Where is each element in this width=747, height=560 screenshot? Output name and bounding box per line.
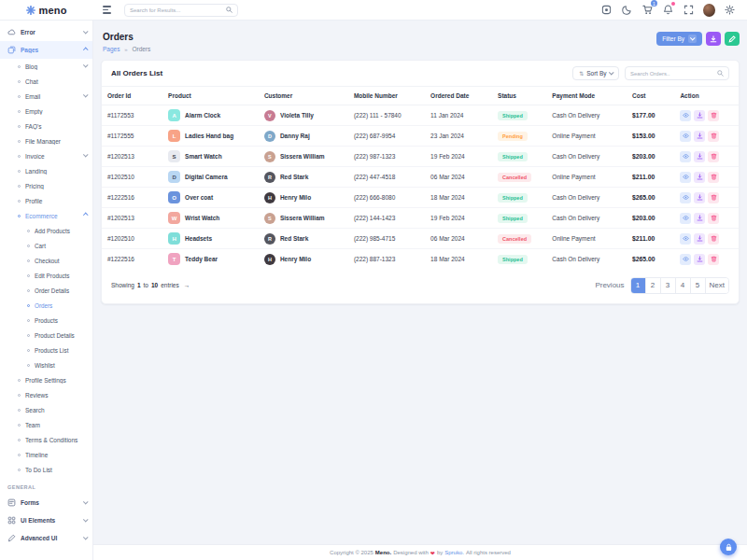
pagination-previous[interactable]: Previous bbox=[595, 281, 624, 289]
sidebar-item-advanced-ui[interactable]: Advanced UI bbox=[0, 529, 92, 547]
notifications-bell-icon[interactable] bbox=[662, 4, 674, 16]
sidebar-item-profile[interactable]: Profile bbox=[0, 193, 92, 208]
sidebar-item-label: Blog bbox=[25, 63, 81, 70]
filter-by-button[interactable]: Filter By bbox=[656, 32, 702, 46]
sidebar-item-ecommerce[interactable]: Ecommerce bbox=[0, 208, 92, 223]
delete-order-button[interactable] bbox=[708, 131, 719, 142]
column-header-status[interactable]: Status bbox=[492, 87, 546, 105]
column-header-action[interactable]: Action bbox=[674, 87, 739, 105]
delete-order-button[interactable] bbox=[708, 172, 719, 183]
pagination-page-1[interactable]: 1 bbox=[631, 278, 646, 293]
sidebar-item-wishlist[interactable]: Wishlist bbox=[0, 357, 92, 372]
sidebar-item-cart[interactable]: Cart bbox=[0, 238, 92, 253]
sidebar-item-checkout[interactable]: Checkout bbox=[0, 253, 92, 268]
download-order-button[interactable] bbox=[694, 192, 705, 203]
sidebar-item-email[interactable]: Email bbox=[0, 89, 92, 104]
sidebar-item-orders[interactable]: Orders bbox=[0, 298, 92, 313]
sidebar-item-products[interactable]: Products bbox=[0, 313, 92, 328]
sidebar-item-chat[interactable]: Chat bbox=[0, 74, 92, 89]
edit-button[interactable] bbox=[725, 32, 740, 46]
app-logo[interactable]: meno bbox=[0, 5, 93, 16]
sidebar-item-add-products[interactable]: Add Products bbox=[0, 223, 92, 238]
sidebar-item-faq-s[interactable]: FAQ's bbox=[0, 119, 92, 133]
sidebar-item-product-details[interactable]: Product Details bbox=[0, 328, 92, 343]
sidebar-item-blog[interactable]: Blog bbox=[0, 59, 92, 74]
breadcrumb-pages-link[interactable]: Pages bbox=[103, 46, 120, 52]
view-order-button[interactable] bbox=[680, 172, 691, 183]
dark-mode-moon-icon[interactable] bbox=[621, 4, 633, 16]
pagination-next[interactable]: Next bbox=[706, 278, 728, 293]
sidebar-item-reviews[interactable]: Reviews bbox=[0, 387, 92, 402]
trash-icon bbox=[711, 194, 717, 201]
column-header-mobile-number[interactable]: Mobile Number bbox=[348, 87, 425, 105]
sidebar-toggle-icon[interactable] bbox=[103, 6, 111, 13]
view-order-button[interactable] bbox=[680, 131, 691, 142]
column-header-ordered-date[interactable]: Ordered Date bbox=[425, 87, 492, 105]
product-cell: HHeadsets bbox=[162, 229, 259, 249]
lock-fab-button[interactable] bbox=[720, 539, 737, 555]
column-header-order-id[interactable]: Order Id bbox=[102, 87, 162, 105]
bullet-icon bbox=[18, 125, 21, 128]
download-order-button[interactable] bbox=[694, 151, 705, 162]
sidebar-item-products-list[interactable]: Products List bbox=[0, 343, 92, 357]
delete-order-button[interactable] bbox=[708, 233, 719, 245]
cart-icon[interactable]: 1 bbox=[641, 4, 654, 16]
sidebar-item-team[interactable]: Team bbox=[0, 417, 92, 432]
footer-spruko-link[interactable]: Spruko. bbox=[444, 550, 464, 555]
download-order-button[interactable] bbox=[694, 131, 705, 142]
delete-order-button[interactable] bbox=[708, 254, 719, 265]
view-order-button[interactable] bbox=[680, 233, 691, 245]
sidebar-item-invoice[interactable]: Invoice bbox=[0, 148, 92, 163]
global-search-input[interactable] bbox=[130, 7, 226, 13]
column-header-payment-mode[interactable]: Payment Mode bbox=[546, 87, 627, 105]
sidebar-item-empty[interactable]: Empty bbox=[0, 104, 92, 119]
download-order-button[interactable] bbox=[694, 254, 705, 265]
eye-icon bbox=[683, 235, 689, 242]
download-order-button[interactable] bbox=[694, 233, 705, 245]
pagination-page-5[interactable]: 5 bbox=[691, 278, 706, 293]
view-order-button[interactable] bbox=[680, 151, 691, 162]
download-order-button[interactable] bbox=[694, 110, 705, 121]
sidebar-item-search[interactable]: Search bbox=[0, 402, 92, 417]
delete-order-button[interactable] bbox=[708, 213, 719, 224]
view-order-button[interactable] bbox=[680, 213, 691, 224]
arrow-right-icon[interactable]: → bbox=[184, 282, 190, 288]
sidebar-item-ui-elements[interactable]: Ui Elements bbox=[0, 511, 92, 529]
pagination-page-4[interactable]: 4 bbox=[676, 278, 691, 293]
sidebar-item-edit-products[interactable]: Edit Products bbox=[0, 268, 92, 283]
delete-order-button[interactable] bbox=[708, 110, 719, 121]
export-download-button[interactable] bbox=[706, 32, 721, 46]
pagination-page-2[interactable]: 2 bbox=[646, 278, 661, 293]
view-order-button[interactable] bbox=[680, 192, 691, 203]
sidebar-item-order-details[interactable]: Order Details bbox=[0, 283, 92, 298]
sidebar-item-file-manager[interactable]: File Manager bbox=[0, 133, 92, 148]
mobile-cell: (222) 985-4715 bbox=[348, 229, 425, 249]
user-avatar[interactable] bbox=[703, 4, 715, 16]
orders-search-input[interactable] bbox=[630, 71, 717, 77]
sidebar-item-pages[interactable]: Pages bbox=[0, 41, 92, 59]
delete-order-button[interactable] bbox=[708, 151, 719, 162]
sidebar-item-forms[interactable]: Forms bbox=[0, 494, 92, 511]
settings-gear-icon[interactable] bbox=[724, 4, 736, 16]
download-order-button[interactable] bbox=[694, 172, 705, 183]
sidebar-item-terms-conditions[interactable]: Terms & Conditions bbox=[0, 432, 92, 447]
sidebar-item-error[interactable]: Error bbox=[0, 23, 92, 41]
sort-by-button[interactable]: ⇅ Sort By bbox=[572, 66, 619, 80]
sidebar-item-pricing[interactable]: Pricing bbox=[0, 178, 92, 193]
column-header-product[interactable]: Product bbox=[162, 87, 259, 105]
orders-card: All Orders List ⇅ Sort By bbox=[101, 60, 740, 304]
view-order-button[interactable] bbox=[680, 110, 691, 121]
sidebar-item-profile-settings[interactable]: Profile Settings bbox=[0, 372, 92, 387]
language-icon[interactable] bbox=[600, 4, 613, 16]
sidebar-item-label: Checkout bbox=[35, 258, 87, 264]
sidebar-item-landing[interactable]: Landing bbox=[0, 163, 92, 178]
sidebar-item-to-do-list[interactable]: To Do List bbox=[0, 462, 92, 477]
download-order-button[interactable] bbox=[694, 213, 705, 224]
view-order-button[interactable] bbox=[680, 254, 691, 265]
fullscreen-icon[interactable] bbox=[683, 4, 695, 16]
delete-order-button[interactable] bbox=[708, 192, 719, 203]
sidebar-item-timeline[interactable]: Timeline bbox=[0, 447, 92, 462]
pagination-page-3[interactable]: 3 bbox=[661, 278, 676, 293]
column-header-customer[interactable]: Customer bbox=[259, 87, 348, 105]
column-header-cost[interactable]: Cost bbox=[627, 87, 674, 105]
